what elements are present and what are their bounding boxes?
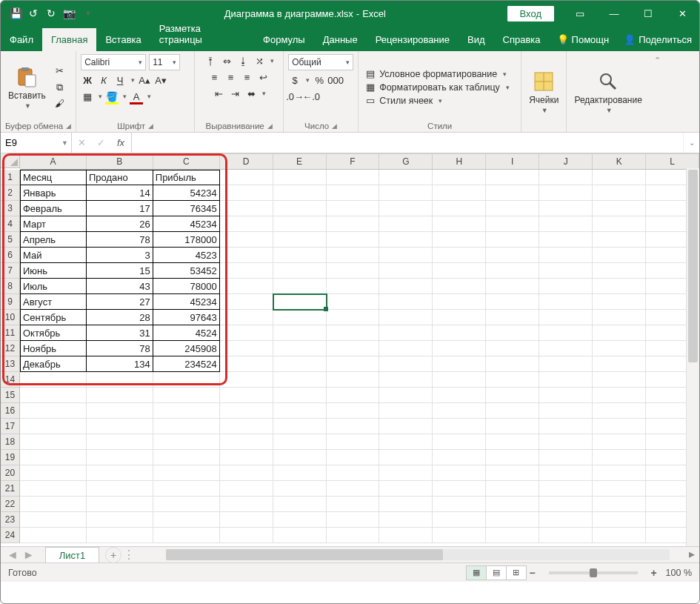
cell[interactable] <box>379 263 433 279</box>
cell[interactable]: 178000 <box>153 232 220 248</box>
row-header[interactable]: 5 <box>1 232 20 248</box>
cell[interactable] <box>327 528 380 543</box>
cell[interactable] <box>433 497 486 512</box>
font-name-combo[interactable]: Calibri▾ <box>81 54 146 70</box>
underline-button[interactable]: Ч <box>113 73 127 87</box>
cell[interactable] <box>220 388 273 403</box>
column-header[interactable]: K <box>593 154 646 169</box>
cell[interactable] <box>593 325 646 341</box>
row-header[interactable]: 20 <box>1 465 20 481</box>
cell[interactable]: Март <box>20 216 87 232</box>
cell[interactable] <box>379 341 433 356</box>
cell[interactable] <box>433 434 486 450</box>
cell[interactable] <box>87 403 153 419</box>
cell[interactable] <box>327 341 380 356</box>
cell[interactable] <box>87 465 153 481</box>
camera-icon[interactable]: 📷 <box>63 7 75 19</box>
cell[interactable] <box>433 201 486 216</box>
cell[interactable] <box>539 294 593 310</box>
sheet-nav-prev-icon[interactable]: ◄ <box>7 548 19 562</box>
cell[interactable] <box>273 528 327 543</box>
wrap-text-icon[interactable]: ↩ <box>257 70 270 84</box>
insert-function-icon[interactable]: fx <box>110 137 131 148</box>
cell[interactable] <box>327 419 380 434</box>
cell[interactable] <box>87 512 153 528</box>
signin-button[interactable]: Вход <box>507 6 554 21</box>
cell[interactable] <box>433 403 486 419</box>
cell[interactable]: Сентябрь <box>20 310 87 325</box>
cell[interactable] <box>220 294 273 310</box>
cell[interactable] <box>273 372 327 388</box>
row-header[interactable]: 19 <box>1 450 20 465</box>
column-header[interactable]: C <box>153 154 220 169</box>
cell[interactable]: Февраль <box>20 201 87 216</box>
cell[interactable] <box>220 341 273 356</box>
cell[interactable] <box>433 185 486 201</box>
font-color-icon[interactable]: A <box>130 90 143 103</box>
sheet-tab-active[interactable]: Лист1 <box>45 547 99 562</box>
cell[interactable] <box>153 419 220 434</box>
cell[interactable] <box>273 434 327 450</box>
tab-home[interactable]: Главная <box>42 28 96 51</box>
cell[interactable]: Ноябрь <box>20 341 87 356</box>
cell[interactable]: 3 <box>87 248 153 263</box>
cell[interactable] <box>220 528 273 543</box>
cell[interactable] <box>327 403 380 419</box>
cell[interactable] <box>539 388 593 403</box>
tab-formulas[interactable]: Формулы <box>254 28 314 51</box>
expand-formula-bar-icon[interactable]: ⌄ <box>683 133 699 153</box>
name-box[interactable]: E9 ▼ <box>1 133 72 153</box>
cell[interactable] <box>539 325 593 341</box>
cell[interactable] <box>486 232 539 248</box>
cell[interactable] <box>327 372 380 388</box>
cell[interactable] <box>593 341 646 356</box>
cell[interactable] <box>220 356 273 372</box>
cell[interactable] <box>273 388 327 403</box>
format-as-table-button[interactable]: ▦ Форматировать как таблицу▾ <box>366 82 510 93</box>
cell[interactable] <box>273 279 327 294</box>
cell[interactable]: 134 <box>87 356 153 372</box>
cell[interactable] <box>153 528 220 543</box>
maximize-button[interactable]: ☐ <box>631 1 665 26</box>
cell[interactable] <box>539 528 593 543</box>
cell[interactable]: 53452 <box>153 263 220 279</box>
increase-font-icon[interactable]: A▴ <box>138 73 151 87</box>
new-sheet-button[interactable]: + <box>105 547 121 563</box>
cell[interactable] <box>539 481 593 497</box>
zoom-out-button[interactable]: − <box>527 567 539 579</box>
comma-style-icon[interactable]: 000 <box>329 73 342 87</box>
cell[interactable] <box>87 497 153 512</box>
cancel-formula-icon[interactable]: ✕ <box>72 137 91 148</box>
cell[interactable] <box>153 512 220 528</box>
cell[interactable] <box>379 434 433 450</box>
cell[interactable] <box>273 450 327 465</box>
currency-icon[interactable]: $ <box>288 73 301 87</box>
cell[interactable] <box>273 325 327 341</box>
cell[interactable] <box>273 170 327 185</box>
cell[interactable] <box>379 512 433 528</box>
cell[interactable] <box>486 419 539 434</box>
cell[interactable] <box>486 170 539 185</box>
cell[interactable] <box>20 434 87 450</box>
view-page-break-icon[interactable]: ⊞ <box>506 565 527 580</box>
cell[interactable] <box>220 185 273 201</box>
cell[interactable] <box>379 248 433 263</box>
cell[interactable] <box>273 465 327 481</box>
format-painter-icon[interactable]: 🖌 <box>53 97 67 110</box>
cell[interactable] <box>539 403 593 419</box>
cell[interactable] <box>593 170 646 185</box>
cell[interactable] <box>379 310 433 325</box>
bold-button[interactable]: Ж <box>81 73 94 87</box>
cell[interactable] <box>539 450 593 465</box>
cell[interactable]: Декабрь <box>20 356 87 372</box>
cell[interactable] <box>486 279 539 294</box>
cell[interactable] <box>87 450 153 465</box>
cell[interactable] <box>433 450 486 465</box>
cell[interactable] <box>20 450 87 465</box>
cell[interactable] <box>539 216 593 232</box>
cell[interactable] <box>486 263 539 279</box>
scrollbar-thumb[interactable] <box>166 549 443 560</box>
cell[interactable] <box>379 450 433 465</box>
row-header[interactable]: 7 <box>1 263 20 279</box>
cell[interactable] <box>220 450 273 465</box>
